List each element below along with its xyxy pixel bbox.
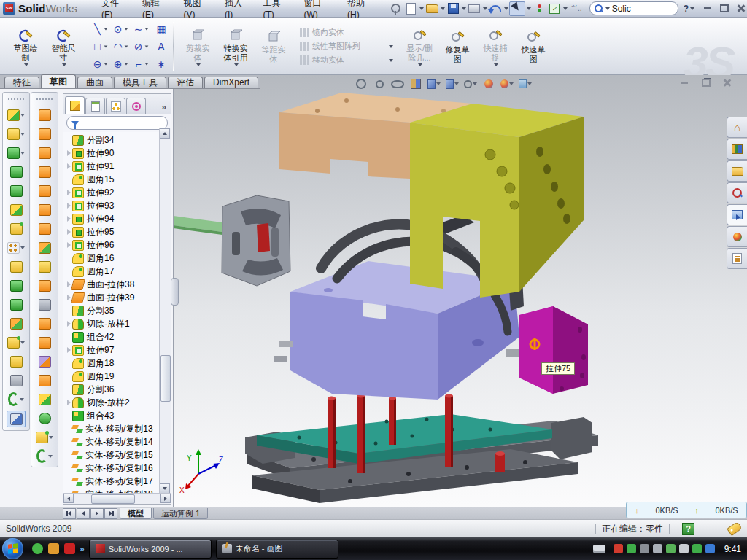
- tool-dropdown-caret[interactable]: [144, 45, 148, 47]
- tool-caret[interactable]: [49, 436, 53, 439]
- tray-icon[interactable]: [640, 544, 649, 553]
- toolbar-overflow-label[interactable]: ⺍..: [568, 4, 584, 14]
- tree-item[interactable]: 拉伸93: [65, 199, 171, 212]
- file-explorer-tab[interactable]: [727, 160, 747, 182]
- toolbar-button[interactable]: [36, 126, 53, 141]
- search-scope-caret[interactable]: [605, 7, 610, 10]
- expand-arrow-icon[interactable]: [65, 190, 72, 195]
- tree-vertical-scrollbar[interactable]: [159, 128, 171, 494]
- expand-arrow-icon[interactable]: [65, 203, 72, 209]
- toolbar-button[interactable]: [7, 392, 25, 407]
- view-orientation-caret[interactable]: [436, 82, 441, 85]
- tree-item[interactable]: 拉伸91: [65, 160, 171, 173]
- tool-dropdown-caret[interactable]: [144, 28, 148, 30]
- quick-launch-chevron[interactable]: »: [80, 544, 85, 554]
- tree-item[interactable]: 曲面-拉伸38: [65, 278, 171, 291]
- toolbar-button[interactable]: [7, 297, 25, 312]
- toolbar-button[interactable]: [36, 448, 53, 464]
- command-manager-tab[interactable]: 草图: [41, 74, 76, 88]
- save-button[interactable]: [446, 2, 460, 15]
- toolbar-button[interactable]: [36, 429, 53, 445]
- tool-caret[interactable]: [20, 133, 25, 136]
- expand-arrow-icon[interactable]: [65, 242, 72, 248]
- design-library-tab[interactable]: [727, 139, 747, 160]
- doc-restore-button[interactable]: [700, 78, 712, 88]
- toolbar-button[interactable]: [7, 183, 25, 198]
- toolbar-button[interactable]: [36, 183, 53, 198]
- ribbon-button[interactable]: 显示/删 除几...: [400, 27, 438, 66]
- doc-close-button[interactable]: [721, 78, 733, 88]
- taskbar-clock[interactable]: 9:41: [724, 544, 741, 554]
- tool-dropdown-caret[interactable]: [124, 45, 128, 47]
- display-style-button[interactable]: [446, 77, 459, 90]
- toolbar-button[interactable]: [36, 240, 53, 255]
- sketch-tool-button[interactable]: ⊙: [110, 20, 131, 38]
- toolbar-button[interactable]: [36, 202, 53, 217]
- select-dropdown-caret[interactable]: [527, 7, 531, 10]
- last-tab-button[interactable]: [104, 508, 117, 519]
- tree-item[interactable]: 实体-移动/复制18: [65, 488, 171, 493]
- tool-dropdown-caret[interactable]: [104, 45, 107, 47]
- ribbon-button-caret[interactable]: [494, 63, 498, 66]
- scroll-thumb-horizontal[interactable]: [91, 494, 135, 504]
- tree-item[interactable]: 拉伸96: [65, 238, 171, 252]
- tree-item[interactable]: 切除-放样2: [65, 396, 171, 409]
- tool-caret[interactable]: [48, 455, 53, 458]
- ribbon-stack-button[interactable]: 移动实体: [300, 55, 393, 66]
- toolbar-button[interactable]: [7, 164, 25, 179]
- tray-icon[interactable]: [666, 544, 676, 553]
- undo-dropdown-caret[interactable]: [504, 7, 508, 10]
- restore-button[interactable]: [718, 4, 730, 13]
- custom-properties-tab[interactable]: [727, 248, 747, 269]
- select-button[interactable]: [509, 1, 525, 16]
- toolbar-button[interactable]: [7, 316, 25, 331]
- command-manager-tab[interactable]: 曲面: [77, 77, 112, 88]
- toolbar-button[interactable]: [7, 145, 25, 160]
- section-view-button[interactable]: [409, 77, 422, 90]
- print-dropdown-caret[interactable]: [483, 7, 487, 10]
- expand-arrow-icon[interactable]: [65, 400, 72, 405]
- appearances-tab[interactable]: [727, 226, 747, 247]
- scroll-right-button[interactable]: [160, 494, 171, 503]
- taskbar-window-button[interactable]: SolidWorks 2009 - ...: [89, 540, 212, 559]
- next-tab-button[interactable]: [90, 508, 104, 519]
- toolbar-button[interactable]: [7, 411, 26, 427]
- help-button[interactable]: ?: [684, 4, 689, 14]
- hide-show-items-button[interactable]: [464, 77, 477, 90]
- tree-item[interactable]: 组合42: [65, 330, 171, 343]
- new-dropdown-caret[interactable]: [419, 7, 424, 10]
- tree-item[interactable]: 圆角18: [65, 357, 171, 370]
- tool-dropdown-caret[interactable]: [104, 63, 107, 65]
- sketch-tool-button[interactable]: ∼: [131, 20, 151, 38]
- expand-arrow-icon[interactable]: [65, 216, 72, 222]
- previous-tab-button[interactable]: [77, 508, 90, 519]
- ribbon-button[interactable]: 修复草 图: [438, 28, 476, 64]
- view-palette-tab[interactable]: [727, 204, 747, 225]
- expand-arrow-icon[interactable]: [65, 229, 72, 235]
- ribbon-button-caret[interactable]: [418, 63, 422, 66]
- help-dropdown-caret[interactable]: [690, 7, 694, 10]
- toolbar-button[interactable]: [36, 373, 53, 388]
- search-box[interactable]: Solic: [589, 1, 678, 15]
- ribbon-button[interactable]: 快速捕 捉: [476, 27, 514, 66]
- ribbon-big-button[interactable]: 草图绘 制: [7, 27, 44, 66]
- view-settings-button[interactable]: [519, 77, 532, 90]
- tool-caret[interactable]: [20, 152, 25, 155]
- quick-tips-icon[interactable]: ?: [682, 523, 694, 535]
- expand-arrow-icon[interactable]: [65, 150, 72, 156]
- tree-item[interactable]: 拉伸92: [65, 186, 171, 199]
- tree-item[interactable]: 实体-移动/复制13: [65, 422, 171, 435]
- tree-item[interactable]: 拉伸90: [65, 147, 171, 160]
- tree-item[interactable]: 组合43: [65, 409, 171, 422]
- toolbar-button[interactable]: [36, 221, 53, 236]
- sketch-tool-button[interactable]: ◠: [110, 38, 131, 55]
- minimize-button[interactable]: [701, 4, 713, 13]
- ribbon-button[interactable]: 剪裁实 体: [179, 27, 217, 66]
- tree-item[interactable]: 分割34: [65, 133, 171, 147]
- command-manager-tab[interactable]: 评估: [168, 77, 203, 88]
- tray-icon[interactable]: [679, 544, 689, 553]
- solidworks-resources-tab[interactable]: ⌂: [727, 117, 747, 138]
- feature-manager-tab[interactable]: [65, 96, 85, 114]
- tree-item[interactable]: 拉伸97: [65, 343, 171, 357]
- toolbar-button[interactable]: [7, 107, 25, 122]
